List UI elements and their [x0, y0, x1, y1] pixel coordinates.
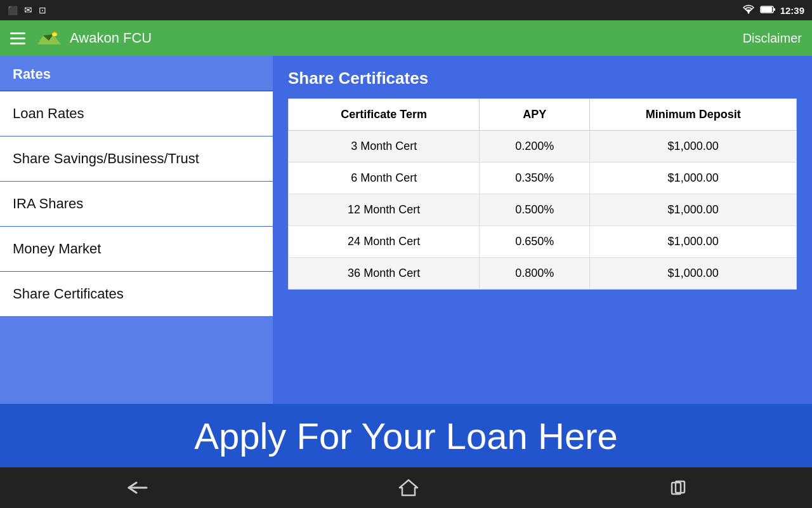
sidebar-item-share-savings[interactable]: Share Savings/Business/Trust — [0, 137, 273, 182]
svg-rect-3 — [773, 8, 775, 11]
cell-4-0: 36 Month Cert — [289, 258, 480, 290]
monitor-icon: ⬛ — [8, 6, 18, 15]
status-right: 12:39 — [742, 4, 804, 17]
main-content: Rates Loan Rates Share Savings/Business/… — [0, 56, 812, 404]
app-bar: Awakon FCU Disclaimer — [0, 20, 812, 56]
sidebar-item-money-market[interactable]: Money Market — [0, 227, 273, 272]
table-row: 12 Month Cert0.500%$1,000.00 — [289, 194, 797, 226]
home-icon — [397, 478, 420, 498]
cell-2-0: 12 Month Cert — [289, 194, 480, 226]
cell-3-2: $1,000.00 — [590, 226, 797, 258]
mail-icon: ✉ — [24, 4, 32, 16]
hamburger-menu[interactable] — [10, 32, 25, 44]
status-icons: ⬛ ✉ ⊡ — [8, 4, 46, 16]
cell-3-0: 24 Month Cert — [289, 226, 480, 258]
status-bar: ⬛ ✉ ⊡ 12:39 — [0, 0, 812, 20]
back-button[interactable] — [124, 478, 149, 498]
table-row: 3 Month Cert0.200%$1,000.00 — [289, 131, 797, 163]
col-header-apy: APY — [480, 99, 590, 131]
cell-0-2: $1,000.00 — [590, 131, 797, 163]
sidebar-title: Rates — [0, 66, 273, 91]
bag-icon: ⊡ — [39, 5, 46, 15]
time-display: 12:39 — [780, 5, 804, 16]
col-header-term: Certificate Term — [289, 99, 480, 131]
home-button[interactable] — [397, 478, 420, 498]
table-row: 6 Month Cert0.350%$1,000.00 — [289, 163, 797, 194]
battery-icon — [760, 5, 775, 16]
back-icon — [124, 478, 149, 498]
cell-2-1: 0.500% — [480, 194, 590, 226]
rates-table: Certificate Term APY Minimum Deposit 3 M… — [288, 98, 797, 290]
cell-1-0: 6 Month Cert — [289, 163, 480, 194]
sidebar-item-share-certs[interactable]: Share Certificates — [0, 272, 273, 317]
app-bar-left: Awakon FCU — [10, 29, 152, 47]
svg-marker-9 — [400, 480, 417, 495]
nav-bar — [0, 467, 812, 508]
cell-3-1: 0.650% — [480, 226, 590, 258]
sidebar: Rates Loan Rates Share Savings/Business/… — [0, 56, 273, 404]
col-header-min-deposit: Minimum Deposit — [590, 99, 797, 131]
table-row: 36 Month Cert0.800%$1,000.00 — [289, 258, 797, 290]
cell-1-1: 0.350% — [480, 163, 590, 194]
loan-banner-text: Apply For Your Loan Here — [194, 415, 617, 457]
recents-icon — [668, 478, 688, 498]
cell-4-2: $1,000.00 — [590, 258, 797, 290]
cell-0-0: 3 Month Cert — [289, 131, 480, 163]
recents-button[interactable] — [668, 478, 688, 498]
table-row: 24 Month Cert0.650%$1,000.00 — [289, 226, 797, 258]
disclaimer-button[interactable]: Disclaimer — [743, 31, 802, 46]
panel-title: Share Certificates — [288, 69, 797, 88]
svg-rect-2 — [761, 7, 772, 12]
wifi-icon — [742, 4, 755, 17]
cell-4-1: 0.800% — [480, 258, 590, 290]
cell-1-2: $1,000.00 — [590, 163, 797, 194]
cell-2-2: $1,000.00 — [590, 194, 797, 226]
app-logo — [34, 29, 61, 47]
loan-banner[interactable]: Apply For Your Loan Here — [0, 404, 812, 467]
app-title: Awakon FCU — [70, 30, 152, 46]
sidebar-item-ira-shares[interactable]: IRA Shares — [0, 182, 273, 227]
sidebar-item-loan-rates[interactable]: Loan Rates — [0, 91, 273, 137]
svg-point-0 — [747, 11, 749, 13]
cell-0-1: 0.200% — [480, 131, 590, 163]
content-panel: Share Certificates Certificate Term APY … — [273, 56, 812, 404]
